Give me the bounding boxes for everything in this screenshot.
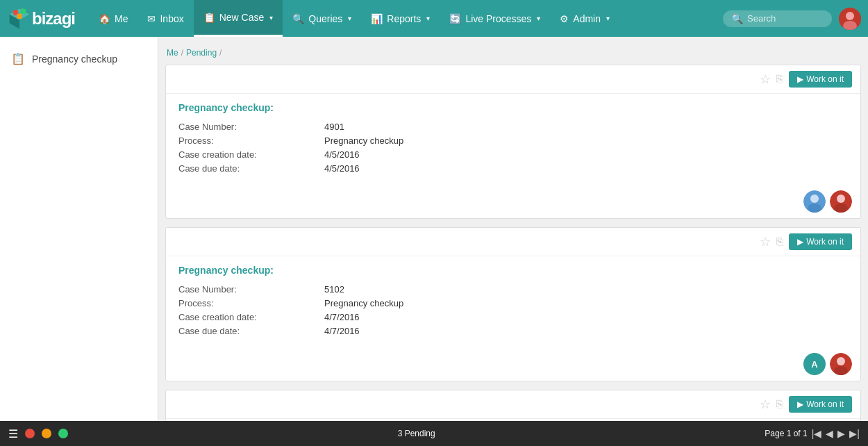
case-card-1: ☆ ⎘ ▶ Work on it Pregnancy checkup: Case… xyxy=(165,65,861,219)
share-icon-2[interactable]: ⎘ xyxy=(776,236,783,248)
top-navigation: bizagi 🏠 Me ✉ Inbox 📋 New Case ▾ 🔍 Queri… xyxy=(0,0,868,37)
pagination-prev[interactable]: ◀ xyxy=(826,428,833,439)
share-icon-1[interactable]: ⎘ xyxy=(776,73,783,85)
nav-admin-label: Admin xyxy=(573,13,601,24)
pending-count: 3 Pending xyxy=(398,429,435,438)
case-card-1-footer xyxy=(166,185,860,218)
process-label-2: Process: xyxy=(178,298,317,308)
work-on-it-button-1[interactable]: ▶ Work on it xyxy=(789,71,852,88)
play-icon-3: ▶ xyxy=(797,399,803,409)
avatar-red-1 xyxy=(830,190,852,213)
pagination-label: Page 1 of 1 xyxy=(765,429,807,438)
admin-caret: ▾ xyxy=(606,15,610,22)
case-card-2-footer: A xyxy=(166,347,860,381)
nav-item-inbox[interactable]: ✉ Inbox xyxy=(137,0,193,37)
due-date-value-2: 4/7/2016 xyxy=(324,326,848,336)
dot-red xyxy=(25,429,35,438)
search-icon: 🔍 xyxy=(731,13,743,24)
main-layout: 📋 Pregnancy checkup Me / Pending / ☆ ⎘ ▶… xyxy=(0,37,868,446)
avatar-blue-1 xyxy=(803,190,826,213)
nav-item-queries[interactable]: 🔍 Queries ▾ xyxy=(283,0,361,37)
breadcrumb-me[interactable]: Me xyxy=(167,48,178,58)
svg-point-8 xyxy=(846,12,854,20)
nav-me-label: Me xyxy=(115,13,128,24)
sidebar-clipboard-icon: 📋 xyxy=(11,52,25,65)
star-icon-2[interactable]: ☆ xyxy=(760,234,771,249)
user-avatar-img xyxy=(839,8,861,30)
search-input[interactable] xyxy=(747,13,824,24)
reports-caret: ▾ xyxy=(426,15,430,22)
case-card-3-header: ☆ ⎘ ▶ Work on it xyxy=(166,390,860,419)
star-icon-3[interactable]: ☆ xyxy=(760,397,771,412)
svg-point-17 xyxy=(837,357,845,365)
queries-icon: 🔍 xyxy=(292,13,304,24)
pagination-next[interactable]: ▶ xyxy=(837,428,845,439)
queries-caret: ▾ xyxy=(348,15,351,22)
process-value-2: Pregnancy checkup xyxy=(324,298,848,308)
dot-green xyxy=(58,429,68,438)
bottom-bar: ☰ 3 Pending Page 1 of 1 |◀ ◀ ▶ ▶| xyxy=(0,421,868,446)
sidebar: 📋 Pregnancy checkup xyxy=(0,37,158,446)
nav-inbox-label: Inbox xyxy=(160,13,183,24)
nav-live-processes-label: Live Processes xyxy=(465,13,531,24)
work-on-it-button-2[interactable]: ▶ Work on it xyxy=(789,233,852,250)
case-number-value-1: 4901 xyxy=(324,122,848,132)
nav-item-live-processes[interactable]: 🔄 Live Processes ▾ xyxy=(440,0,550,37)
nav-item-me[interactable]: 🏠 Me xyxy=(89,0,137,37)
case-card-1-body: Pregnancy checkup: Case Number: 4901 Pro… xyxy=(166,94,860,185)
svg-rect-5 xyxy=(20,8,26,14)
case-1-fields: Case Number: 4901 Process: Pregnancy che… xyxy=(178,122,848,174)
breadcrumb-pending[interactable]: Pending xyxy=(186,48,217,58)
new-case-caret: ▾ xyxy=(269,14,273,22)
dot-yellow xyxy=(42,429,51,438)
sidebar-item-label: Pregnancy checkup xyxy=(32,53,117,65)
case-2-title: Pregnancy checkup: xyxy=(178,265,848,276)
pagination-first[interactable]: |◀ xyxy=(812,428,822,439)
play-icon-2: ▶ xyxy=(797,237,803,247)
case-number-label-1: Case Number: xyxy=(178,122,317,132)
bottom-icons: ☰ xyxy=(8,427,68,440)
live-processes-icon: 🔄 xyxy=(449,13,461,24)
menu-icon[interactable]: ☰ xyxy=(8,427,18,440)
nav-reports-label: Reports xyxy=(387,13,421,24)
case-card-2-body: Pregnancy checkup: Case Number: 5102 Pro… xyxy=(166,256,860,347)
work-on-it-button-3[interactable]: ▶ Work on it xyxy=(789,396,852,413)
live-processes-caret: ▾ xyxy=(537,15,540,22)
nav-new-case-label: New Case xyxy=(219,12,265,23)
case-card-1-header: ☆ ⎘ ▶ Work on it xyxy=(166,65,860,94)
case-card-2-header: ☆ ⎘ ▶ Work on it xyxy=(166,228,860,256)
user-avatar[interactable] xyxy=(839,8,861,30)
case-number-value-2: 5102 xyxy=(324,284,848,295)
search-box[interactable]: 🔍 xyxy=(723,10,832,27)
logo[interactable]: bizagi xyxy=(7,6,75,31)
process-value-1: Pregnancy checkup xyxy=(324,135,848,146)
share-icon-3[interactable]: ⎘ xyxy=(776,398,783,411)
due-date-value-1: 4/5/2016 xyxy=(324,163,848,174)
logo-icon xyxy=(7,6,32,31)
nav-queries-label: Queries xyxy=(308,13,342,24)
nav-menu: 🏠 Me ✉ Inbox 📋 New Case ▾ 🔍 Queries ▾ 📊 … xyxy=(89,0,723,37)
nav-item-reports[interactable]: 📊 Reports ▾ xyxy=(361,0,440,37)
reports-icon: 📊 xyxy=(371,13,383,24)
creation-date-label-1: Case creation date: xyxy=(178,149,317,160)
case-2-fields: Case Number: 5102 Process: Pregnancy che… xyxy=(178,284,848,336)
nav-item-admin[interactable]: ⚙ Admin ▾ xyxy=(550,0,619,37)
pagination-last[interactable]: ▶| xyxy=(849,428,860,439)
star-icon-1[interactable]: ☆ xyxy=(760,72,771,87)
process-label-1: Process: xyxy=(178,135,317,146)
breadcrumb-sep-1: / xyxy=(181,48,183,58)
logo-text: bizagi xyxy=(32,9,75,28)
creation-date-value-2: 4/7/2016 xyxy=(324,312,848,322)
due-date-label-1: Case due date: xyxy=(178,163,317,174)
admin-icon: ⚙ xyxy=(560,13,569,24)
breadcrumb-sep-2: / xyxy=(219,48,222,58)
inbox-icon: ✉ xyxy=(147,13,156,24)
sidebar-item-pregnancy-checkup[interactable]: 📋 Pregnancy checkup xyxy=(0,44,158,74)
nav-right: 🔍 xyxy=(723,8,861,30)
avatar-red-2 xyxy=(830,353,852,375)
creation-date-value-1: 4/5/2016 xyxy=(324,149,848,160)
case-card-2: ☆ ⎘ ▶ Work on it Pregnancy checkup: Case… xyxy=(165,227,861,381)
main-content: Me / Pending / ☆ ⎘ ▶ Work on it Pregnanc… xyxy=(158,37,868,446)
new-case-icon: 📋 xyxy=(203,12,215,23)
nav-item-new-case[interactable]: 📋 New Case ▾ xyxy=(194,0,283,37)
